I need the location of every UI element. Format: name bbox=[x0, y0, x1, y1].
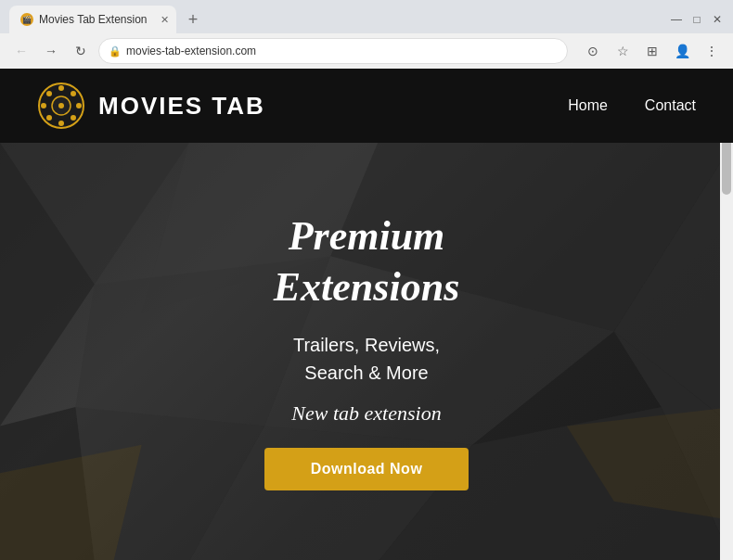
nav-home[interactable]: Home bbox=[568, 97, 608, 114]
reload-button[interactable]: ↻ bbox=[69, 39, 93, 63]
back-button[interactable]: ← bbox=[9, 39, 33, 63]
svg-point-9 bbox=[71, 91, 76, 96]
hero-tagline: New tab extension bbox=[264, 401, 469, 426]
window-controls: — □ ✕ bbox=[670, 13, 724, 26]
browser-tab[interactable]: 🎬 Movies Tab Extension ✕ bbox=[9, 6, 176, 33]
svg-point-7 bbox=[46, 91, 52, 96]
extensions-icon[interactable]: ⊞ bbox=[640, 39, 664, 63]
download-circle-icon[interactable]: ⊙ bbox=[581, 39, 605, 63]
site-nav: Home Contact bbox=[568, 97, 696, 114]
menu-icon[interactable]: ⋮ bbox=[700, 39, 724, 63]
svg-point-2 bbox=[58, 103, 64, 108]
lock-icon: 🔒 bbox=[109, 45, 122, 57]
nav-contact[interactable]: Contact bbox=[645, 97, 696, 114]
scrollbar[interactable] bbox=[720, 137, 733, 560]
scrollbar-thumb[interactable] bbox=[722, 139, 731, 195]
logo-text: MOVIES TAB bbox=[98, 92, 265, 121]
address-bar-row: ← → ↻ 🔒 movies-tab-extension.com ⊙ ☆ ⊞ 👤… bbox=[0, 33, 733, 69]
hero-title-line1: Premium bbox=[264, 212, 469, 261]
minimize-button[interactable]: — bbox=[670, 13, 683, 26]
site-header: MOVIES TAB Home Contact bbox=[0, 69, 733, 143]
title-bar: 🎬 Movies Tab Extension ✕ + — □ ✕ bbox=[0, 0, 733, 33]
toolbar-icons: ⊙ ☆ ⊞ 👤 ⋮ bbox=[581, 39, 724, 63]
hero-title-line2: Extensions bbox=[264, 263, 469, 312]
star-icon[interactable]: ☆ bbox=[611, 39, 635, 63]
browser-chrome: 🎬 Movies Tab Extension ✕ + — □ ✕ ← → ↻ 🔒… bbox=[0, 0, 733, 69]
hero-content: Premium Extensions Trailers, Reviews, Se… bbox=[264, 212, 469, 490]
logo-area: MOVIES TAB bbox=[37, 82, 265, 130]
address-bar[interactable]: 🔒 movies-tab-extension.com bbox=[98, 38, 568, 64]
close-button[interactable]: ✕ bbox=[711, 13, 724, 26]
webpage: MOVIES TAB Home Contact bbox=[0, 69, 733, 560]
new-tab-button[interactable]: + bbox=[180, 6, 206, 32]
forward-button[interactable]: → bbox=[39, 39, 63, 63]
svg-point-8 bbox=[71, 115, 76, 121]
url-text: movies-tab-extension.com bbox=[126, 45, 558, 57]
hero-subtitle: Trailers, Reviews, Search & More bbox=[264, 331, 469, 387]
hero-section: Premium Extensions Trailers, Reviews, Se… bbox=[0, 143, 733, 560]
svg-point-4 bbox=[58, 121, 64, 126]
tab-title: Movies Tab Extension bbox=[39, 13, 148, 26]
tab-favicon: 🎬 bbox=[20, 13, 33, 26]
download-now-button[interactable]: Download Now bbox=[264, 448, 469, 490]
logo-icon bbox=[37, 82, 85, 130]
svg-point-10 bbox=[46, 115, 52, 121]
svg-point-3 bbox=[58, 85, 64, 91]
maximize-button[interactable]: □ bbox=[690, 13, 703, 26]
svg-point-6 bbox=[76, 103, 82, 108]
profile-icon[interactable]: 👤 bbox=[670, 39, 694, 63]
tab-close-button[interactable]: ✕ bbox=[161, 14, 169, 26]
svg-point-5 bbox=[41, 103, 46, 108]
